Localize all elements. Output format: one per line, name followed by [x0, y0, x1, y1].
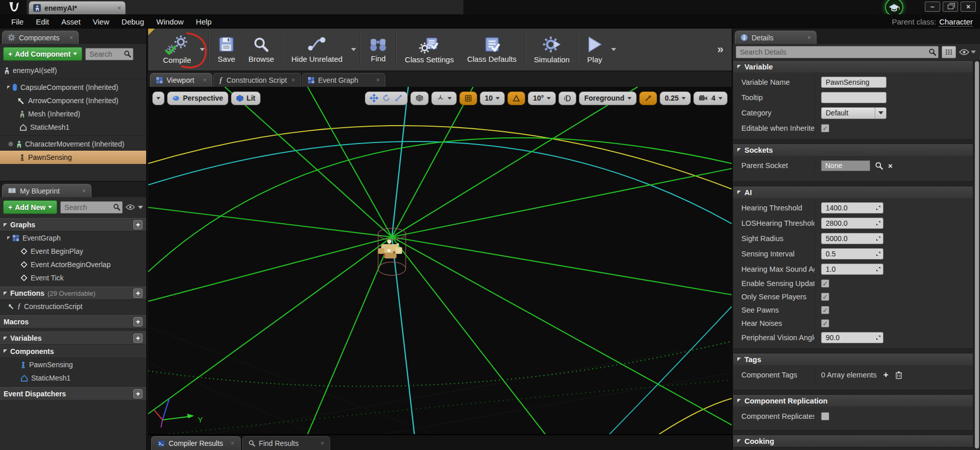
list-item-event-beginplay[interactable]: Event BeginPlay	[0, 245, 146, 258]
enable-sensing-updates-checkbox[interactable]	[821, 279, 829, 288]
list-item-event-tick[interactable]: Event Tick	[0, 271, 146, 285]
save-button[interactable]: Save	[211, 30, 242, 69]
tab-close-icon[interactable]: ×	[376, 77, 380, 84]
lit-mode-button[interactable]: Lit	[231, 91, 261, 105]
list-item-staticmesh-variable[interactable]: StaticMesh1	[0, 371, 146, 385]
add-macro-button[interactable]: +	[133, 317, 143, 326]
components-panel-tab[interactable]: Components ×	[2, 31, 79, 44]
sight-radius-field[interactable]: 5000.0	[821, 233, 883, 244]
tab-close-icon[interactable]: ×	[320, 440, 324, 447]
grid-snap-value-button[interactable]: 10	[480, 91, 505, 105]
variables-section-header[interactable]: Variables +	[0, 331, 146, 345]
tree-item-arrow[interactable]: ArrowComponent (Inherited)	[0, 94, 146, 107]
hide-unrelated-options-chevron-icon[interactable]	[351, 48, 356, 51]
tree-item-pawnsensing-selected[interactable]: PawnSensing	[0, 151, 146, 164]
asset-window-tab[interactable]: enemyAI* ×	[29, 1, 126, 14]
tab-viewport[interactable]: Viewport ×	[150, 73, 212, 87]
layer-2d-snap-button[interactable]	[558, 91, 576, 105]
add-event-dispatcher-button[interactable]: +	[133, 389, 143, 398]
macros-section-header[interactable]: Macros +	[0, 315, 146, 328]
chevron-down-icon[interactable]	[138, 206, 143, 209]
replication-section-header[interactable]: Component Replication	[733, 395, 973, 407]
editable-when-inherited-checkbox[interactable]	[821, 124, 829, 132]
clear-array-trash-icon[interactable]	[895, 371, 902, 379]
browse-button[interactable]: Browse	[242, 30, 281, 69]
add-graph-button[interactable]: +	[133, 220, 143, 229]
menu-debug[interactable]: Debug	[115, 17, 150, 26]
scale-snap-toggle[interactable]	[639, 91, 657, 105]
drag-spinner-icon[interactable]	[876, 267, 881, 272]
drag-spinner-icon[interactable]	[876, 236, 881, 241]
find-button[interactable]: Find	[362, 30, 394, 69]
drag-spinner-icon[interactable]	[876, 205, 881, 210]
tags-section-header[interactable]: Tags	[733, 353, 973, 365]
tab-close-icon[interactable]: ×	[292, 77, 295, 84]
details-search-input[interactable]	[736, 46, 939, 58]
tooltip-input[interactable]	[826, 93, 876, 102]
parent-class-link[interactable]: Character	[939, 17, 973, 27]
perspective-button[interactable]: Perspective	[167, 91, 228, 105]
rotation-snap-value-button[interactable]: 10°	[528, 91, 556, 105]
see-pawns-checkbox[interactable]	[821, 306, 829, 314]
tab-close-icon[interactable]: ×	[231, 440, 235, 447]
hearing-max-sound-age-field[interactable]: 1.0	[821, 264, 883, 275]
only-sense-players-checkbox[interactable]	[821, 293, 829, 301]
components-category-header[interactable]: Components	[0, 345, 146, 358]
rotate-tool-icon[interactable]	[382, 94, 390, 102]
menu-window[interactable]: Window	[150, 17, 190, 26]
tab-compiler-results[interactable]: Compiler Results ×	[151, 436, 241, 450]
expander-icon[interactable]	[7, 236, 10, 240]
viewport-options-button[interactable]	[152, 91, 165, 105]
components-panel-close-icon[interactable]: ×	[69, 34, 73, 41]
expander-icon[interactable]	[7, 86, 10, 89]
component-replicates-checkbox[interactable]	[821, 412, 829, 420]
add-component-button[interactable]: + Add Component	[3, 47, 82, 61]
class-defaults-button[interactable]: Class Defaults	[460, 30, 523, 69]
close-button[interactable]: ×	[961, 2, 976, 12]
play-button[interactable]: Play	[580, 30, 609, 69]
translate-tool-icon[interactable]	[370, 94, 378, 102]
my-blueprint-panel-tab[interactable]: My Blueprint ×	[2, 184, 91, 197]
coordinate-system-button[interactable]	[410, 91, 429, 105]
add-array-element-button[interactable]: +	[883, 370, 889, 380]
category-dropdown[interactable]: Default	[821, 107, 886, 119]
camera-speed-button[interactable]: 4	[693, 91, 728, 105]
tree-item-mesh[interactable]: Mesh (Inherited)	[0, 107, 146, 121]
sensing-interval-field[interactable]: 0.5	[821, 248, 883, 259]
hear-noises-checkbox[interactable]	[821, 319, 829, 327]
drag-spinner-icon[interactable]	[876, 335, 881, 340]
my-blueprint-close-icon[interactable]: ×	[82, 187, 86, 195]
add-new-button[interactable]: + Add New	[3, 200, 57, 214]
list-item-eventgraph[interactable]: EventGraph	[0, 231, 146, 245]
visibility-filter-eye-icon[interactable]	[126, 204, 135, 210]
tree-item-staticmesh[interactable]: StaticMesh1	[0, 121, 146, 134]
sockets-section-header[interactable]: Sockets	[733, 144, 973, 156]
details-scrollbar[interactable]	[975, 61, 979, 448]
3d-viewport[interactable]: Y Perspective Lit	[148, 87, 732, 434]
loshearing-threshold-field[interactable]: 2800.0	[821, 218, 883, 229]
grid-snap-toggle[interactable]	[459, 91, 477, 105]
functions-section-header[interactable]: Functions (29 Overridable) +	[0, 287, 146, 300]
list-item-pawnsensing-variable[interactable]: PawnSensing	[0, 358, 146, 371]
details-close-icon[interactable]: ×	[807, 34, 811, 41]
drag-spinner-icon[interactable]	[876, 221, 881, 226]
list-item-constructionscript[interactable]: ƒ ConstructionScript	[0, 300, 146, 313]
add-function-button[interactable]: +	[133, 289, 143, 298]
compile-button[interactable]: Compile	[156, 30, 198, 69]
ai-section-header[interactable]: AI	[733, 186, 973, 198]
tooltip-field[interactable]	[821, 92, 886, 103]
menu-view[interactable]: View	[87, 17, 115, 26]
class-settings-button[interactable]: Class Settings	[398, 30, 460, 69]
menu-file[interactable]: File	[5, 17, 30, 26]
tree-item-charactermovement[interactable]: CharacterMovement (Inherited)	[0, 137, 146, 151]
scale-tool-icon[interactable]	[394, 94, 403, 102]
list-item-event-actorbeginoverlap[interactable]: Event ActorBeginOverlap	[0, 258, 146, 271]
socket-search-icon[interactable]	[875, 161, 883, 170]
hide-unrelated-button[interactable]: Hide Unrelated	[285, 30, 349, 69]
drag-spinner-icon[interactable]	[876, 251, 881, 256]
details-panel-tab[interactable]: Details ×	[735, 31, 816, 44]
menu-help[interactable]: Help	[190, 17, 218, 26]
simulation-button[interactable]: Simulation	[527, 30, 576, 69]
chevron-down-icon[interactable]	[971, 51, 976, 54]
rotation-snap-toggle[interactable]	[507, 91, 525, 105]
